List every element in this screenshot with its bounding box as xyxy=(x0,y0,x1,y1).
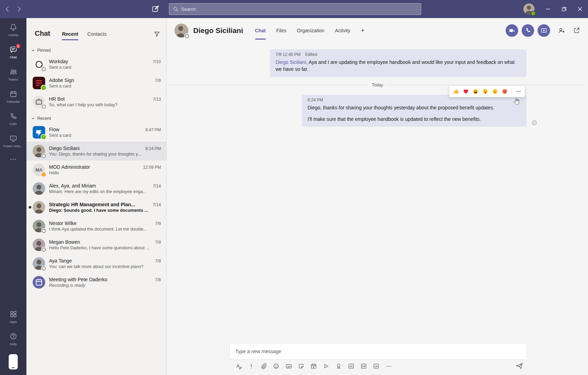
screen-share-button[interactable] xyxy=(538,24,550,37)
sidebar-label: Calendar xyxy=(7,100,20,103)
forward-button[interactable] xyxy=(16,6,23,12)
new-chat-button[interactable] xyxy=(152,5,160,13)
format-button[interactable] xyxy=(235,362,242,370)
reaction-angry[interactable] xyxy=(500,87,509,96)
search-input[interactable] xyxy=(181,7,417,12)
chat-list-item-flow[interactable]: Flow8:47 PMSent a card xyxy=(26,123,166,142)
message-meta: 7/9 12:45 PMEdited xyxy=(276,52,521,57)
compose-area: GIF xyxy=(167,340,588,375)
chat-list-item-hr-bot[interactable]: HR Bot7/13So, what can I help you with t… xyxy=(26,92,166,111)
message-input[interactable] xyxy=(229,343,527,360)
tab-activity[interactable]: Activity xyxy=(335,18,350,43)
tab-files[interactable]: Files xyxy=(276,18,287,43)
attach-button[interactable] xyxy=(260,362,267,370)
presence-offline-badge xyxy=(42,248,46,252)
chat-list-item-megan-bowen[interactable]: Megan Bowen7/9Hello Pete Daderko, I have… xyxy=(26,235,166,254)
send-button[interactable] xyxy=(515,362,523,370)
chat-list-item-strategic-hr[interactable]: Strategic HR Management and Plan...7/14D… xyxy=(26,198,166,217)
tab-contacts[interactable]: Contacts xyxy=(87,31,106,40)
sidebar-label: Help xyxy=(10,342,17,346)
sidebar-item-activity[interactable]: Activity xyxy=(0,19,26,41)
survey-app-button[interactable] xyxy=(373,362,380,370)
presence-offline-badge xyxy=(42,105,46,109)
praise-button[interactable] xyxy=(335,362,342,370)
message-text: I'll make sure that the employee handboo… xyxy=(308,116,521,123)
add-tab-button[interactable]: + xyxy=(361,18,365,43)
sidebar-item-calls[interactable]: Calls xyxy=(0,108,26,130)
emoji-button[interactable] xyxy=(272,362,280,370)
message-bubble[interactable]: 7/9 12:45 PMEdited Diego Siciliani, Aya … xyxy=(270,49,526,77)
chat-list-item-diego-siciliani[interactable]: Diego Siciliani8:24 PMYou: Diego, thanks… xyxy=(26,142,166,160)
send-later-button[interactable] xyxy=(322,362,330,370)
chat-list-item-meeting-pete-daderko[interactable]: Meeting with Pete Daderko7/8Recording is… xyxy=(26,273,166,292)
chevron-down-icon xyxy=(31,117,35,120)
tab-organization[interactable]: Organization xyxy=(297,18,324,43)
reaction-surprised[interactable] xyxy=(481,87,490,96)
close-button[interactable] xyxy=(572,0,588,18)
add-people-button[interactable] xyxy=(558,27,565,34)
chat-list-item-aya-tange[interactable]: Aya Tange7/9You: can we talk more about … xyxy=(26,254,166,273)
filter-button[interactable] xyxy=(154,31,160,40)
reaction-sad[interactable] xyxy=(490,87,499,96)
schedule-meeting-button[interactable] xyxy=(310,362,317,370)
mention-link[interactable]: Diego Siciliani xyxy=(276,59,306,65)
divider xyxy=(511,88,512,94)
app-rail: Activity 1 Chat Teams Calendar Calls Pow… xyxy=(0,18,26,375)
chat-list-item-alex-aya-miriam[interactable]: Alex, Aya, and Miriam7/14Miriam: Here ar… xyxy=(26,179,166,198)
message-area: 7/9 12:45 PMEdited Diego Siciliani, Aya … xyxy=(167,43,588,340)
conversation-tabs: Chat Files Organization Activity + xyxy=(255,18,365,43)
reaction-laughing[interactable] xyxy=(471,87,480,96)
sidebar-item-teams[interactable]: Teams xyxy=(0,63,26,85)
chat-list-item-workday[interactable]: Workday7/10Sent a card xyxy=(26,55,166,74)
reaction-thumbs-up[interactable] xyxy=(451,87,460,96)
sidebar-item-power-virtual-agents[interactable]: Power Virtu... xyxy=(0,130,26,152)
search-icon xyxy=(173,6,178,12)
filter-funnel-icon xyxy=(154,31,160,37)
chat-list-item-adobe-sign[interactable]: Adobe Sign7/9Sent a card xyxy=(26,74,166,92)
power-virtual-agents-icon xyxy=(9,134,17,142)
user-avatar[interactable] xyxy=(523,3,534,15)
video-call-button[interactable] xyxy=(506,24,518,37)
conversation-avatar[interactable] xyxy=(174,24,188,38)
reaction-more-button[interactable] xyxy=(514,87,523,96)
pop-out-chat-button[interactable] xyxy=(573,27,580,34)
unread-dot xyxy=(29,206,31,209)
tab-recent[interactable]: Recent xyxy=(62,31,78,40)
forms-app-button[interactable] xyxy=(348,362,355,370)
priority-button[interactable] xyxy=(247,362,255,370)
chat-list-item-mod-administrator[interactable]: MA MOD Administrator12:09 PMHello xyxy=(26,160,166,179)
search-bar[interactable] xyxy=(169,3,421,15)
message-bubble[interactable]: 8:24 PM Diego, thanks for sharing your t… xyxy=(302,95,526,127)
message-meta: 8:24 PM xyxy=(308,98,521,102)
sidebar-item-calendar[interactable]: Calendar xyxy=(0,85,26,108)
calendar-icon xyxy=(9,90,17,98)
sidebar-item-help[interactable]: Help xyxy=(0,328,26,350)
tab-chat[interactable]: Chat xyxy=(255,18,266,43)
section-header-recent[interactable]: Recent xyxy=(26,114,166,123)
audio-call-button[interactable] xyxy=(522,24,534,37)
forward-icon xyxy=(16,6,23,12)
maximize-button[interactable] xyxy=(556,0,572,18)
minimize-button[interactable] xyxy=(540,0,556,18)
polls-app-button[interactable] xyxy=(360,362,367,370)
sidebar-label: Teams xyxy=(8,77,18,81)
angry-face-icon xyxy=(502,89,508,94)
help-icon xyxy=(9,332,17,340)
teams-people-icon xyxy=(9,68,17,76)
sidebar-item-apps[interactable]: Apps xyxy=(0,306,26,328)
sidebar-item-chat[interactable]: 1 Chat xyxy=(0,41,26,63)
mobile-app-icon[interactable] xyxy=(9,354,18,369)
send-plane-icon xyxy=(515,362,523,370)
sticker-button[interactable] xyxy=(297,362,305,370)
reaction-heart[interactable] xyxy=(461,87,470,96)
sidebar-more-button[interactable] xyxy=(0,152,26,167)
laughing-face-icon xyxy=(473,89,479,94)
svg-text:GIF: GIF xyxy=(287,365,291,367)
chat-list-item-nestor-wilke[interactable]: Nestor Wilke7/9I think Aya updated the d… xyxy=(26,217,166,235)
compose-toolbar: GIF xyxy=(235,362,392,370)
back-button[interactable] xyxy=(4,6,11,12)
section-header-pinned[interactable]: Pinned xyxy=(26,46,166,55)
more-options-button[interactable] xyxy=(385,362,392,370)
chat-list: Pinned Workday7/10Sent a card Adobe Sign… xyxy=(26,40,166,292)
gif-button[interactable]: GIF xyxy=(285,362,292,370)
